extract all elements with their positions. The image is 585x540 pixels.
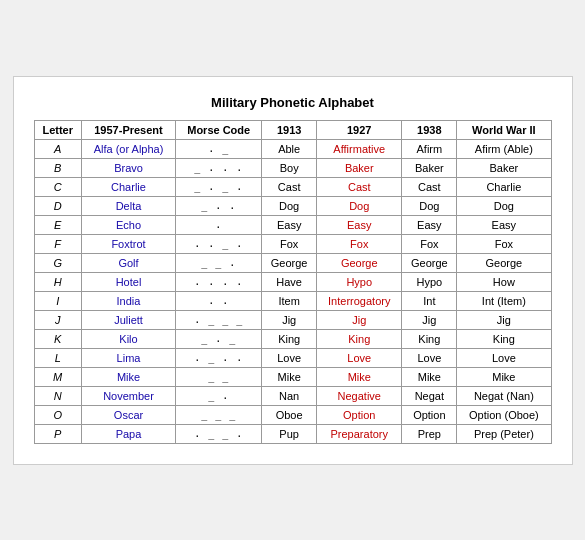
year-cell: Dog: [457, 196, 551, 215]
letter-cell: O: [34, 405, 81, 424]
morse-cell: _ _: [176, 367, 262, 386]
table-row: HHotel. . . .HaveHypoHypoHow: [34, 272, 551, 291]
year-cell: Jig: [457, 310, 551, 329]
year-cell: Easy: [457, 215, 551, 234]
year1927-cell: Option: [317, 405, 402, 424]
present-cell: Charlie: [81, 177, 175, 196]
letter-cell: K: [34, 329, 81, 348]
present-cell: Lima: [81, 348, 175, 367]
year-cell: George: [457, 253, 551, 272]
year1927-cell: King: [317, 329, 402, 348]
year-cell: Love: [402, 348, 457, 367]
year-cell: Fox: [402, 234, 457, 253]
year-cell: Nan: [262, 386, 317, 405]
year1927-cell: Dog: [317, 196, 402, 215]
year-cell: Afirm (Able): [457, 139, 551, 158]
morse-cell: . _ . .: [176, 348, 262, 367]
year-cell: Jig: [402, 310, 457, 329]
year-cell: Charlie: [457, 177, 551, 196]
present-cell: Mike: [81, 367, 175, 386]
year1927-cell: Fox: [317, 234, 402, 253]
letter-cell: M: [34, 367, 81, 386]
year-cell: Cast: [262, 177, 317, 196]
morse-cell: _ _ _: [176, 405, 262, 424]
year-cell: Option (Oboe): [457, 405, 551, 424]
morse-cell: . .: [176, 291, 262, 310]
year-cell: King: [262, 329, 317, 348]
letter-cell: L: [34, 348, 81, 367]
letter-cell: J: [34, 310, 81, 329]
phonetic-alphabet-table: Letter1957-PresentMorse Code191319271938…: [34, 120, 552, 444]
year-cell: Boy: [262, 158, 317, 177]
morse-cell: _ .: [176, 386, 262, 405]
year-cell: Mike: [402, 367, 457, 386]
year-cell: Have: [262, 272, 317, 291]
table-row: MMike_ _MikeMikeMikeMike: [34, 367, 551, 386]
present-cell: Hotel: [81, 272, 175, 291]
letter-cell: B: [34, 158, 81, 177]
year-cell: Baker: [457, 158, 551, 177]
year1927-cell: Cast: [317, 177, 402, 196]
year1927-cell: George: [317, 253, 402, 272]
present-cell: Foxtrot: [81, 234, 175, 253]
table-row: IIndia. .ItemInterrogatoryIntInt (Item): [34, 291, 551, 310]
col-header-1938: 1938: [402, 120, 457, 139]
col-header-letter: Letter: [34, 120, 81, 139]
year-cell: George: [262, 253, 317, 272]
card: Military Phonetic Alphabet Letter1957-Pr…: [13, 76, 573, 465]
present-cell: Delta: [81, 196, 175, 215]
year-cell: George: [402, 253, 457, 272]
year-cell: Int: [402, 291, 457, 310]
letter-cell: D: [34, 196, 81, 215]
letter-cell: C: [34, 177, 81, 196]
year-cell: Hypo: [402, 272, 457, 291]
present-cell: India: [81, 291, 175, 310]
year-cell: Jig: [262, 310, 317, 329]
year-cell: Oboe: [262, 405, 317, 424]
year-cell: Dog: [402, 196, 457, 215]
table-header-row: Letter1957-PresentMorse Code191319271938…: [34, 120, 551, 139]
morse-cell: . . _ .: [176, 234, 262, 253]
year-cell: Negat (Nan): [457, 386, 551, 405]
year1927-cell: Affirmative: [317, 139, 402, 158]
year-cell: Prep (Peter): [457, 424, 551, 443]
year1927-cell: Easy: [317, 215, 402, 234]
year-cell: Mike: [457, 367, 551, 386]
table-row: KKilo_ . _KingKingKingKing: [34, 329, 551, 348]
table-row: FFoxtrot. . _ .FoxFoxFoxFox: [34, 234, 551, 253]
table-row: JJuliett. _ _ _JigJigJigJig: [34, 310, 551, 329]
year-cell: Mike: [262, 367, 317, 386]
present-cell: Papa: [81, 424, 175, 443]
table-row: DDelta_ . .DogDogDogDog: [34, 196, 551, 215]
present-cell: Alfa (or Alpha): [81, 139, 175, 158]
year-cell: King: [402, 329, 457, 348]
table-row: LLima. _ . .LoveLoveLoveLove: [34, 348, 551, 367]
letter-cell: P: [34, 424, 81, 443]
present-cell: Golf: [81, 253, 175, 272]
year-cell: Love: [457, 348, 551, 367]
year1927-cell: Mike: [317, 367, 402, 386]
year-cell: Easy: [262, 215, 317, 234]
year1927-cell: Love: [317, 348, 402, 367]
morse-cell: _ . _: [176, 329, 262, 348]
table-row: CCharlie_ . _ .CastCastCastCharlie: [34, 177, 551, 196]
col-header-1913: 1913: [262, 120, 317, 139]
present-cell: Bravo: [81, 158, 175, 177]
morse-cell: _ _ .: [176, 253, 262, 272]
col-header-1957-present: 1957-Present: [81, 120, 175, 139]
year1927-cell: Negative: [317, 386, 402, 405]
year-cell: King: [457, 329, 551, 348]
morse-cell: . _: [176, 139, 262, 158]
year-cell: Dog: [262, 196, 317, 215]
year-cell: Baker: [402, 158, 457, 177]
letter-cell: N: [34, 386, 81, 405]
present-cell: Juliett: [81, 310, 175, 329]
year1927-cell: Jig: [317, 310, 402, 329]
table-row: OOscar_ _ _OboeOptionOptionOption (Oboe): [34, 405, 551, 424]
table-row: EEcho.EasyEasyEasyEasy: [34, 215, 551, 234]
letter-cell: F: [34, 234, 81, 253]
letter-cell: G: [34, 253, 81, 272]
col-header-world-war-ii: World War II: [457, 120, 551, 139]
year-cell: Love: [262, 348, 317, 367]
year-cell: Prep: [402, 424, 457, 443]
